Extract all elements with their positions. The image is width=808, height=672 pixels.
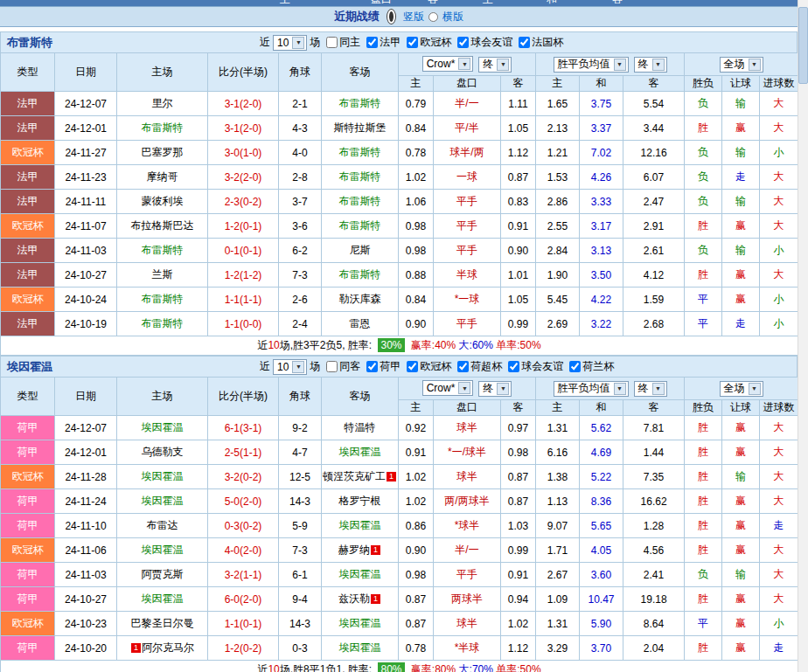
team-name-link[interactable]: 里尔 (152, 97, 173, 109)
team-name-link[interactable]: 特温特 (345, 421, 376, 433)
handicap-result-cell: 输 (722, 92, 760, 116)
league-cell[interactable]: 荷甲 (1, 587, 55, 612)
match-count-select[interactable]: 10▼ (273, 359, 307, 375)
bookmaker-select[interactable]: Crow*▼ (422, 56, 474, 72)
league-cell[interactable]: 荷甲 (1, 440, 55, 465)
league-filter[interactable]: 法国杯 (512, 35, 563, 50)
avg-select[interactable]: 胜平负均值▼ (554, 381, 629, 397)
match-row: 荷甲24-10-27埃因霍温6-0(2-0)9-4兹沃勒10.87两球半0.94… (1, 587, 798, 612)
team-name-link[interactable]: 布雷斯特 (339, 219, 381, 232)
scope-select[interactable]: 全场▼ (720, 57, 763, 73)
league-filter[interactable]: 荷超杯 (451, 359, 502, 374)
match-count-select[interactable]: 10▼ (273, 35, 307, 51)
same-venue-filter[interactable]: 同主 (320, 35, 360, 50)
team-name-link[interactable]: 埃因霍温 (339, 641, 381, 654)
team-name-link[interactable]: 埃因霍温 (339, 519, 381, 531)
league-cell[interactable]: 法甲 (1, 92, 55, 116)
league-filter[interactable]: 荷兰杯 (563, 359, 614, 374)
scope-select[interactable]: 全场▼ (720, 381, 763, 397)
team-name-link[interactable]: 布雷斯特 (142, 244, 184, 256)
final-odds-select[interactable]: 终▼ (478, 57, 512, 73)
league-cell[interactable]: 欧冠杯 (1, 214, 55, 239)
league-filter[interactable]: 欧冠杯 (401, 359, 451, 374)
league-cell[interactable]: 法甲 (1, 165, 55, 190)
team-name-link[interactable]: 埃因霍温 (142, 470, 184, 482)
league-filter-checkbox[interactable] (569, 361, 581, 372)
team-name-link[interactable]: 布雷斯特 (339, 195, 381, 207)
league-filter-checkbox[interactable] (457, 361, 469, 372)
team-name-link[interactable]: 埃因霍温 (142, 544, 184, 556)
league-filter[interactable]: 法甲 (360, 35, 401, 50)
team-name-link[interactable]: 埃因霍温 (142, 495, 184, 507)
team-name-link[interactable]: 布雷达 (147, 519, 178, 531)
team-name-link[interactable]: 巴黎圣日尔曼 (131, 617, 194, 629)
avg-select[interactable]: 胜平负均值▼ (554, 57, 629, 73)
team-name-link[interactable]: 埃因霍温 (339, 617, 381, 629)
team-name-link[interactable]: 埃因霍温 (339, 568, 381, 580)
team-name-link[interactable]: 赫罗纳 (338, 544, 370, 556)
league-filter[interactable]: 球会友谊 (451, 35, 512, 50)
same-venue-checkbox[interactable] (326, 361, 338, 372)
league-cell[interactable]: 荷甲 (1, 563, 55, 587)
league-cell[interactable]: 欧冠杯 (1, 465, 55, 489)
same-venue-checkbox[interactable] (326, 37, 338, 48)
team-name-link[interactable]: 勒沃库森 (339, 293, 381, 305)
league-filter[interactable]: 球会友谊 (502, 359, 563, 374)
league-filter-checkbox[interactable] (407, 361, 418, 372)
avg-final-select[interactable]: 终▼ (634, 57, 667, 73)
vertical-layout-radio[interactable] (387, 9, 396, 24)
league-cell[interactable]: 荷甲 (1, 416, 55, 440)
team-name-link[interactable]: 阿尔克马尔 (142, 641, 194, 654)
team-name-link[interactable]: 顿涅茨克矿工 (323, 470, 386, 482)
league-cell[interactable]: 法甲 (1, 116, 55, 141)
team-name-link[interactable]: 阿贾克斯 (142, 568, 184, 580)
league-filter[interactable]: 欧冠杯 (401, 35, 451, 50)
league-filter-checkbox[interactable] (366, 361, 378, 372)
team-name-link[interactable]: 布雷斯特 (339, 97, 381, 109)
final-odds-select[interactable]: 终▼ (478, 381, 512, 397)
team-name-link[interactable]: 雷恩 (350, 317, 371, 329)
league-cell[interactable]: 荷甲 (1, 514, 55, 538)
team-name-link[interactable]: 兹沃勒 (338, 592, 370, 605)
league-filter-checkbox[interactable] (508, 361, 519, 372)
team-name-link[interactable]: 布雷斯特 (339, 146, 381, 158)
league-cell[interactable]: 法甲 (1, 312, 55, 336)
team-name-link[interactable]: 兰斯 (152, 268, 173, 281)
team-name-link[interactable]: 埃因霍温 (339, 446, 381, 458)
horizontal-layout-radio[interactable] (428, 12, 438, 22)
team-name-link[interactable]: 摩纳哥 (147, 170, 178, 183)
team-name-link[interactable]: 尼斯 (350, 244, 371, 256)
league-filter-checkbox[interactable] (519, 37, 530, 48)
team-name-link[interactable]: 蒙彼利埃 (142, 195, 184, 207)
league-cell[interactable]: 欧冠杯 (1, 538, 55, 563)
team-name-link[interactable]: 埃因霍温 (142, 421, 184, 433)
team-name-link[interactable]: 布雷斯特 (142, 317, 184, 329)
team-name-link[interactable]: 布雷斯特 (339, 268, 381, 281)
team-name-link[interactable]: 斯特拉斯堡 (334, 121, 387, 134)
league-filter-checkbox[interactable] (366, 37, 378, 48)
team-name-link[interactable]: 巴塞罗那 (142, 146, 184, 158)
avg-final-select[interactable]: 终▼ (634, 381, 667, 397)
league-cell[interactable]: 荷甲 (1, 489, 55, 514)
scrollbar-thumb[interactable] (798, 7, 808, 84)
team-name-link[interactable]: 布雷斯特 (142, 121, 184, 134)
team-name-link[interactable]: 布雷斯特 (339, 170, 381, 183)
league-cell[interactable]: 欧冠杯 (1, 612, 55, 636)
scrollbar[interactable] (798, 0, 808, 672)
league-filter-checkbox[interactable] (407, 37, 418, 48)
team-name-link[interactable]: 格罗宁根 (339, 495, 381, 507)
league-cell[interactable]: 荷甲 (1, 636, 55, 661)
league-cell[interactable]: 法甲 (1, 239, 55, 263)
team-name-link[interactable]: 布雷斯特 (142, 293, 184, 305)
team-name-link[interactable]: 乌德勒支 (142, 446, 184, 458)
league-filter-checkbox[interactable] (457, 37, 469, 48)
team-name-link[interactable]: 布拉格斯巴达 (131, 219, 194, 232)
league-cell[interactable]: 法甲 (1, 190, 55, 214)
league-cell[interactable]: 欧冠杯 (1, 288, 55, 312)
league-cell[interactable]: 法甲 (1, 263, 55, 288)
team-name-link[interactable]: 埃因霍温 (142, 592, 184, 605)
league-filter[interactable]: 荷甲 (360, 359, 401, 374)
league-cell[interactable]: 欧冠杯 (1, 141, 55, 165)
same-venue-filter[interactable]: 同客 (320, 359, 360, 374)
bookmaker-select[interactable]: Crow*▼ (422, 380, 474, 396)
